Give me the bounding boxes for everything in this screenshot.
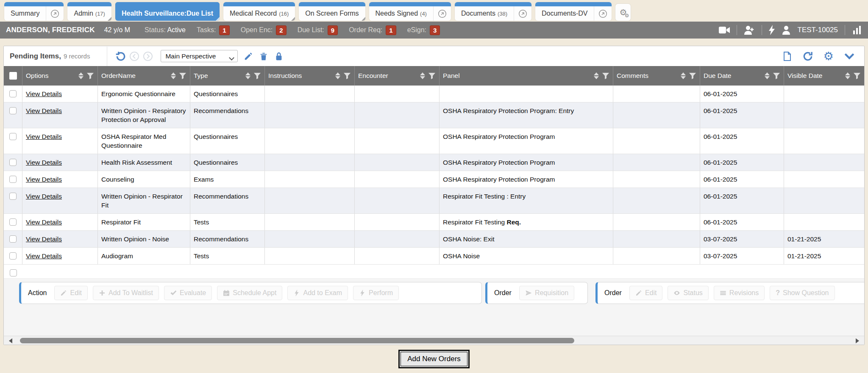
sort-icon[interactable] xyxy=(594,72,599,79)
view-details-link[interactable]: View Details xyxy=(26,107,62,114)
tab-admin[interactable]: Admin (17) xyxy=(67,2,111,21)
type-cell: Recommendations xyxy=(190,188,265,213)
person-icon[interactable] xyxy=(782,25,791,35)
sort-icon[interactable] xyxy=(765,72,770,79)
status-button[interactable]: Status xyxy=(668,286,708,300)
send-icon xyxy=(525,290,532,296)
row-checkbox[interactable] xyxy=(9,218,17,226)
lock-icon[interactable] xyxy=(274,52,284,61)
requisition-button[interactable]: Requisition xyxy=(519,286,574,300)
filter-funnel-icon[interactable] xyxy=(86,72,94,80)
sort-icon[interactable] xyxy=(171,72,176,79)
scrollbar-thumb[interactable] xyxy=(20,338,574,343)
row-checkbox[interactable] xyxy=(9,107,17,114)
counter-badge[interactable]: 1 xyxy=(219,25,229,35)
filter-funnel-icon[interactable] xyxy=(602,72,609,80)
view-details-link[interactable]: View Details xyxy=(26,235,62,243)
edit-button[interactable]: Edit xyxy=(629,286,663,300)
filter-funnel-icon[interactable] xyxy=(253,72,261,80)
counter-badge[interactable]: 9 xyxy=(328,25,338,35)
sort-icon[interactable] xyxy=(245,72,250,79)
pencil-icon[interactable] xyxy=(244,52,253,61)
view-details-link[interactable]: View Details xyxy=(26,176,62,183)
add-to-waitlist-button[interactable]: Add To Waitlist xyxy=(93,286,159,300)
type-cell: Questionnaires xyxy=(190,154,265,171)
type-cell: Tests xyxy=(190,214,265,230)
chevron-right-circle-icon[interactable] xyxy=(143,51,153,61)
view-details-link[interactable]: View Details xyxy=(26,90,62,97)
tab-documents-dv[interactable]: Documents-DV xyxy=(535,2,612,21)
view-details-link[interactable]: View Details xyxy=(26,252,62,260)
sort-icon[interactable] xyxy=(335,72,340,79)
scroll-left-arrow-icon[interactable] xyxy=(9,338,12,343)
filter-funnel-icon[interactable] xyxy=(689,72,696,80)
sort-icon[interactable] xyxy=(681,72,686,79)
row-checkbox[interactable] xyxy=(9,133,17,140)
show-question-button[interactable]: ? Show Question xyxy=(770,286,835,300)
tab-medical-record[interactable]: Medical Record (16) xyxy=(223,2,295,21)
undo-icon[interactable] xyxy=(115,51,126,62)
tab-needs-signed[interactable]: Needs Signed (4) xyxy=(369,2,451,21)
type-cell: Questionnaires xyxy=(190,86,265,102)
calendar-icon xyxy=(223,290,230,296)
sort-icon[interactable] xyxy=(845,72,850,79)
scroll-right-arrow-icon[interactable] xyxy=(856,338,859,343)
view-details-link[interactable]: View Details xyxy=(26,133,62,140)
schedule-appt-button[interactable]: Schedule Appt xyxy=(217,286,282,300)
row-checkbox[interactable] xyxy=(9,193,17,200)
add-new-orders-button[interactable]: Add New Orders xyxy=(398,350,470,368)
select-all-checkbox[interactable] xyxy=(9,72,17,80)
bolt-icon xyxy=(359,290,366,296)
comments-cell xyxy=(613,214,700,230)
view-details-link[interactable]: View Details xyxy=(26,159,62,166)
instructions-cell xyxy=(265,171,355,188)
counter-badge[interactable]: 1 xyxy=(386,25,396,35)
row-checkbox[interactable] xyxy=(10,269,17,276)
chevron-left-circle-icon[interactable] xyxy=(129,51,139,61)
tab-top-strip xyxy=(4,2,64,6)
row-checkbox[interactable] xyxy=(9,252,17,260)
perspective-select[interactable]: Main Perspective xyxy=(161,50,238,62)
filter-funnel-icon[interactable] xyxy=(428,72,436,80)
refresh-icon[interactable] xyxy=(802,51,813,62)
revisions-button[interactable]: Revisions xyxy=(714,286,765,300)
filter-funnel-icon[interactable] xyxy=(773,72,780,80)
add-to-exam-button[interactable]: Add to Exam xyxy=(287,286,348,300)
filter-funnel-icon[interactable] xyxy=(343,72,351,80)
perform-button[interactable]: Perform xyxy=(353,286,399,300)
row-checkbox[interactable] xyxy=(9,90,17,97)
trash-icon[interactable] xyxy=(259,52,268,61)
column-header-label: Options xyxy=(26,72,77,80)
visible-date-cell xyxy=(784,154,864,171)
visible-date-cell xyxy=(784,86,864,102)
counter-badge[interactable]: 2 xyxy=(276,25,286,35)
counter-badge[interactable]: 3 xyxy=(430,25,440,35)
chevron-down-icon[interactable] xyxy=(844,51,855,62)
filter-funnel-icon[interactable] xyxy=(853,72,861,80)
sort-icon[interactable] xyxy=(420,72,425,79)
edit-button[interactable]: Edit xyxy=(54,286,88,300)
row-checkbox[interactable] xyxy=(9,235,17,243)
row-checkbox[interactable] xyxy=(9,176,17,183)
row-checkbox[interactable] xyxy=(9,159,17,166)
new-document-icon[interactable] xyxy=(782,51,792,61)
bar-chart-icon[interactable] xyxy=(852,25,862,35)
tab-summary[interactable]: Summary xyxy=(4,2,64,21)
filter-funnel-icon[interactable] xyxy=(179,72,186,80)
view-details-link[interactable]: View Details xyxy=(26,218,62,226)
lightning-icon[interactable] xyxy=(769,25,775,35)
tab-documents[interactable]: Documents (38) xyxy=(455,2,531,21)
plus-icon xyxy=(99,290,106,296)
tab-settings-gear-button[interactable]: ⚙ ⚙ xyxy=(615,4,631,21)
video-camera-icon[interactable] xyxy=(719,25,730,36)
tab-health-surveillance-due-list[interactable]: Health Surveillance:Due List xyxy=(115,2,220,21)
view-details-link[interactable]: View Details xyxy=(26,193,62,200)
horizontal-scrollbar[interactable] xyxy=(4,336,864,345)
evaluate-button[interactable]: Evaluate xyxy=(164,286,212,300)
counter-esign: eSign: 3 xyxy=(407,25,440,35)
tab-on-screen-forms[interactable]: On Screen Forms xyxy=(299,2,365,21)
person-add-icon[interactable] xyxy=(744,25,755,36)
sort-icon[interactable] xyxy=(78,72,83,79)
gear-icon[interactable]: ⚙ xyxy=(823,50,834,63)
due-date-cell: 06-01-2025 xyxy=(700,188,784,213)
